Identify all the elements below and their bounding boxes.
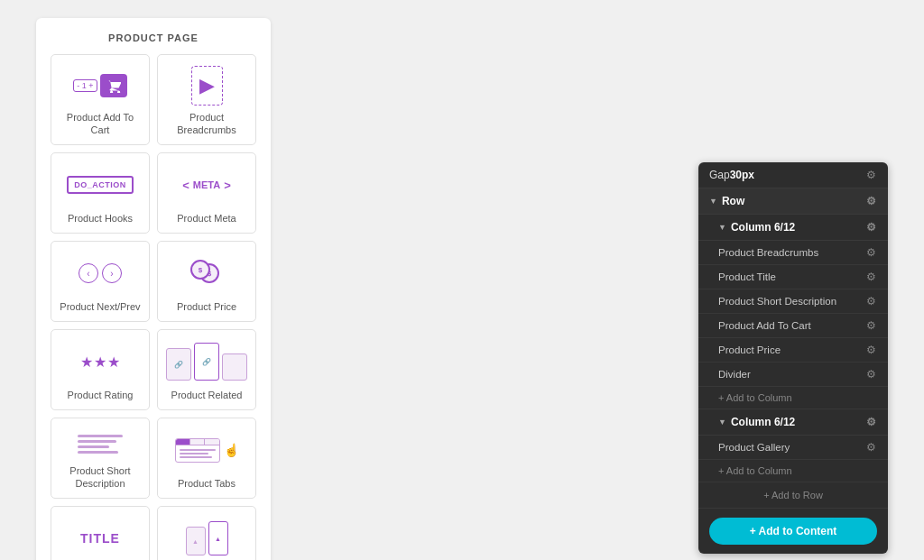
widget-label-short-desc: Product Short Description <box>59 464 142 491</box>
related-icon: 🔗 🔗 <box>166 341 247 384</box>
widget-price[interactable]: $ $ Product Price <box>157 241 256 322</box>
product-panel: PRODUCT PAGE - 1 + <box>36 18 271 560</box>
widget-breadcrumbs[interactable]: ▶ Product Breadcrumbs <box>157 54 256 145</box>
product-panel-title: PRODUCT PAGE <box>51 32 256 43</box>
column1-chevron-icon: ▼ <box>718 223 726 232</box>
sub-item-breadcrumbs[interactable]: Product Breadcrumbs ⚙ <box>698 241 888 265</box>
sub-item-breadcrumbs-label: Product Breadcrumbs <box>718 247 818 258</box>
sub-item-divider-label: Divider <box>718 369 751 380</box>
row-label: Row <box>722 195 744 207</box>
cart-icon: - 1 + <box>73 66 126 106</box>
widget-label-related: Product Related <box>171 389 243 401</box>
add-to-column2-link[interactable]: + Add to Column <box>698 460 888 482</box>
stars-icon: ★★★ <box>80 341 121 384</box>
column1-label: Column 6/12 <box>731 221 795 234</box>
sub-item-title-gear[interactable]: ⚙ <box>864 271 877 283</box>
widget-tabs[interactable]: ☝ Product Tabs <box>157 418 256 499</box>
widget-add-to-cart[interactable]: - 1 + Product Add To Cart <box>51 54 150 145</box>
column2-header[interactable]: ▼ Column 6/12 ⚙ <box>698 409 888 436</box>
price-icon: $ $ <box>190 252 223 296</box>
widget-meta[interactable]: < META > Product Meta <box>157 152 256 234</box>
widget-next-prev[interactable]: ‹ › Product Next/Prev <box>51 241 150 322</box>
upsells-icon: ▲ ▲ <box>186 518 228 560</box>
gap-gear-icon[interactable]: ⚙ <box>864 169 877 181</box>
right-panel: Gap 30px ⚙ ▼ Row ⚙ ▼ Column 6/12 ⚙ Produ… <box>698 162 888 554</box>
sub-item-gallery[interactable]: Product Gallery ⚙ <box>698 436 888 460</box>
gap-row: Gap 30px ⚙ <box>698 162 888 188</box>
sub-item-gallery-gear[interactable]: ⚙ <box>864 441 877 454</box>
sub-item-title-label: Product Title <box>718 271 776 282</box>
row-gear-icon[interactable]: ⚙ <box>864 195 877 207</box>
column2-gear-icon[interactable]: ⚙ <box>864 416 877 428</box>
sub-item-price-gear[interactable]: ⚙ <box>864 344 877 356</box>
sub-item-divider[interactable]: Divider ⚙ <box>698 363 888 387</box>
widget-label-add-to-cart: Product Add To Cart <box>59 111 142 137</box>
gap-label: Gap <box>709 169 730 181</box>
widget-rating[interactable]: ★★★ Product Rating <box>51 329 150 410</box>
widget-related[interactable]: 🔗 🔗 Product Related <box>157 329 256 410</box>
widget-grid: - 1 + Product Add To Cart ▶ <box>51 54 256 560</box>
column2-chevron-icon: ▼ <box>718 418 726 427</box>
nav-arrows-icon: ‹ › <box>79 252 122 296</box>
widget-label-breadcrumbs: Product Breadcrumbs <box>165 111 248 137</box>
title-icon: TITLE <box>80 518 120 560</box>
add-to-row-link[interactable]: + Add to Row <box>698 482 888 509</box>
sub-item-add-to-cart-label: Product Add To Cart <box>718 320 811 331</box>
sub-item-short-desc-label: Product Short Description <box>718 296 836 307</box>
column1-gear-icon[interactable]: ⚙ <box>864 221 877 234</box>
breadcrumb-icon: ▶ <box>191 66 223 106</box>
sub-item-price[interactable]: Product Price ⚙ <box>698 338 888 363</box>
widget-label-rating: Product Rating <box>68 389 134 401</box>
widget-upsells[interactable]: ▲ ▲ Product Upsells <box>157 506 256 560</box>
do-action-icon: DO_ACTION <box>67 164 134 207</box>
add-to-column1-link[interactable]: + Add to Column <box>698 387 888 409</box>
sub-item-add-to-cart-gear[interactable]: ⚙ <box>864 319 877 332</box>
sub-item-gallery-label: Product Gallery <box>718 442 790 453</box>
row-chevron-icon: ▼ <box>709 197 717 206</box>
sub-item-short-desc[interactable]: Product Short Description ⚙ <box>698 289 888 314</box>
widget-label-tabs: Product Tabs <box>178 477 236 490</box>
column2-label: Column 6/12 <box>731 416 795 428</box>
widget-label-meta: Product Meta <box>177 212 236 225</box>
sub-item-breadcrumbs-gear[interactable]: ⚙ <box>864 246 877 259</box>
widget-label-price: Product Price <box>177 300 236 313</box>
sub-item-price-label: Product Price <box>718 344 781 355</box>
widget-label-next-prev: Product Next/Prev <box>60 300 140 313</box>
sub-item-short-desc-gear[interactable]: ⚙ <box>864 295 877 308</box>
short-desc-icon <box>78 429 123 459</box>
sub-item-title[interactable]: Product Title ⚙ <box>698 265 888 289</box>
meta-icon: < META > <box>182 164 231 207</box>
widget-label-hooks: Product Hooks <box>68 212 133 225</box>
sub-item-add-to-cart[interactable]: Product Add To Cart ⚙ <box>698 314 888 338</box>
main-container: PRODUCT PAGE - 1 + <box>0 18 924 560</box>
row-section-header[interactable]: ▼ Row ⚙ <box>698 188 888 215</box>
sub-item-divider-gear[interactable]: ⚙ <box>864 368 877 381</box>
widget-short-desc[interactable]: Product Short Description <box>51 418 150 499</box>
column1-header[interactable]: ▼ Column 6/12 ⚙ <box>698 215 888 241</box>
gap-value: 30px <box>730 169 754 181</box>
widget-title[interactable]: TITLE Product Title <box>51 506 150 560</box>
tabs-icon: ☝ <box>175 429 239 473</box>
widget-hooks[interactable]: DO_ACTION Product Hooks <box>51 152 150 234</box>
add-to-content-button[interactable]: + Add to Content <box>709 518 877 545</box>
